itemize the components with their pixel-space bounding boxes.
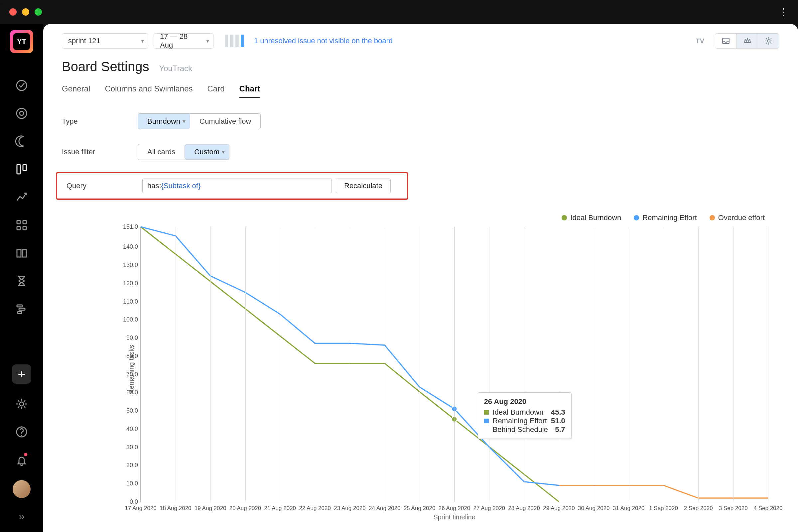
gridline: [385, 227, 385, 502]
minimize-window-button[interactable]: [22, 8, 29, 16]
recalculate-button[interactable]: Recalculate: [336, 178, 391, 193]
gridline: [629, 227, 629, 502]
gridline: [315, 227, 315, 502]
legend-ideal: Ideal Burndown: [570, 213, 621, 222]
close-window-button[interactable]: [9, 8, 17, 16]
tab-columns[interactable]: Columns and Swimlanes: [105, 84, 192, 98]
y-tick: 140.0: [118, 243, 138, 250]
series-line: [141, 227, 664, 486]
query-token-text: {Subtask of}: [161, 182, 201, 190]
reports-icon[interactable]: [14, 190, 29, 205]
x-tick: 1 Sep 2020: [649, 505, 678, 512]
filter-custom-option[interactable]: Custom: [185, 144, 229, 159]
gridline: [210, 227, 211, 502]
type-segmented: Burndown Cumulative flow: [138, 113, 261, 129]
x-tick: 25 Aug 2020: [404, 505, 435, 512]
tab-chart[interactable]: Chart: [240, 84, 260, 98]
y-axis-title: Remaining tasks: [128, 345, 135, 394]
crown-view-icon[interactable]: [737, 34, 758, 48]
expand-sidebar-icon[interactable]: »: [19, 511, 25, 522]
y-tick: 110.0: [118, 298, 138, 305]
user-avatar[interactable]: [13, 480, 31, 498]
unresolved-warning-link[interactable]: 1 unresolved issue not visible on the bo…: [254, 37, 393, 45]
y-tick: 60.0: [118, 389, 138, 396]
svg-rect-10: [19, 308, 25, 310]
maximize-window-button[interactable]: [35, 8, 42, 16]
query-label: Query: [66, 182, 142, 190]
legend-dot-ideal: [562, 215, 567, 221]
x-tick: 29 Aug 2020: [543, 505, 574, 512]
x-tick: 28 Aug 2020: [508, 505, 540, 512]
gridline: [245, 227, 246, 502]
y-tick: 100.0: [118, 316, 138, 323]
x-tick: 17 Aug 2020: [125, 505, 156, 512]
board-icon[interactable]: [14, 162, 29, 177]
crescent-icon[interactable]: [14, 134, 29, 149]
svg-point-12: [20, 402, 24, 406]
date-range-select[interactable]: 17 — 28 Aug: [154, 33, 213, 49]
app-logo[interactable]: YT: [10, 30, 33, 53]
type-label: Type: [62, 117, 138, 126]
gridline: [768, 227, 768, 502]
knowledge-icon[interactable]: [14, 245, 29, 261]
svg-rect-4: [23, 165, 26, 171]
board-toolbar: sprint 121 17 — 28 Aug 1 unresolved issu…: [62, 33, 779, 49]
tab-general[interactable]: General: [62, 84, 90, 98]
type-cumulative-option[interactable]: Cumulative flow: [190, 114, 260, 129]
sprint-select[interactable]: sprint 121: [62, 33, 148, 49]
y-tick: 20.0: [118, 462, 138, 469]
query-input[interactable]: has: {Subtask of}: [142, 178, 332, 193]
progress-bars-icon: [225, 35, 244, 47]
help-icon[interactable]: [14, 424, 29, 440]
gear-icon[interactable]: [758, 34, 779, 48]
notifications-icon[interactable]: [14, 452, 29, 468]
app-logo-text: YT: [13, 33, 30, 50]
svg-point-2: [20, 111, 24, 115]
filter-label: Issue filter: [62, 148, 138, 156]
x-tick: 31 Aug 2020: [613, 505, 644, 512]
gridline: [420, 227, 420, 502]
svg-rect-5: [17, 221, 20, 224]
chart-plot-area: Sprint timeline 0.010.020.030.040.050.06…: [140, 227, 768, 502]
legend-overdue: Overdue effort: [718, 213, 765, 222]
x-tick: 27 Aug 2020: [474, 505, 505, 512]
svg-point-0: [17, 80, 26, 91]
apps-icon[interactable]: [14, 217, 29, 233]
legend-dot-overdue: [709, 215, 715, 221]
gantt-icon[interactable]: [14, 301, 29, 317]
filter-all-option[interactable]: All cards: [138, 144, 185, 159]
svg-rect-11: [18, 311, 22, 314]
y-tick: 130.0: [118, 262, 138, 269]
settings-tabs: General Columns and Swimlanes Card Chart: [62, 84, 779, 98]
create-button[interactable]: +: [12, 364, 31, 384]
tab-card[interactable]: Card: [208, 84, 225, 98]
x-tick: 20 Aug 2020: [229, 505, 261, 512]
x-tick: 2 Sep 2020: [684, 505, 713, 512]
y-tick: 120.0: [118, 280, 138, 287]
titlebar: ⋮: [0, 0, 798, 24]
x-tick: 3 Sep 2020: [719, 505, 748, 512]
svg-rect-3: [17, 165, 20, 174]
x-tick: 23 Aug 2020: [334, 505, 365, 512]
type-burndown-option[interactable]: Burndown: [138, 114, 190, 129]
y-tick: 151.0: [118, 224, 138, 230]
hourglass-icon[interactable]: [14, 273, 29, 289]
x-axis-title: Sprint timeline: [433, 513, 475, 521]
y-tick: 50.0: [118, 407, 138, 414]
checkmark-icon[interactable]: [14, 78, 29, 93]
gridline: [455, 227, 455, 502]
overflow-menu-icon[interactable]: ⋮: [779, 7, 789, 17]
chart-legend: Ideal Burndown Remaining Effort Overdue …: [562, 213, 765, 222]
settings-icon[interactable]: [14, 396, 29, 412]
inbox-view-icon[interactable]: [715, 34, 737, 48]
y-tick: 40.0: [118, 425, 138, 432]
y-tick: 90.0: [118, 335, 138, 341]
lifebuoy-icon[interactable]: [14, 106, 29, 121]
legend-remaining: Remaining Effort: [642, 213, 697, 222]
view-mode-group: [715, 33, 779, 49]
y-tick: 80.0: [118, 353, 138, 359]
tv-mode-button[interactable]: TV: [696, 37, 704, 45]
x-tick: 26 Aug 2020: [439, 505, 470, 512]
legend-dot-remaining: [634, 215, 639, 221]
x-tick: 22 Aug 2020: [299, 505, 330, 512]
